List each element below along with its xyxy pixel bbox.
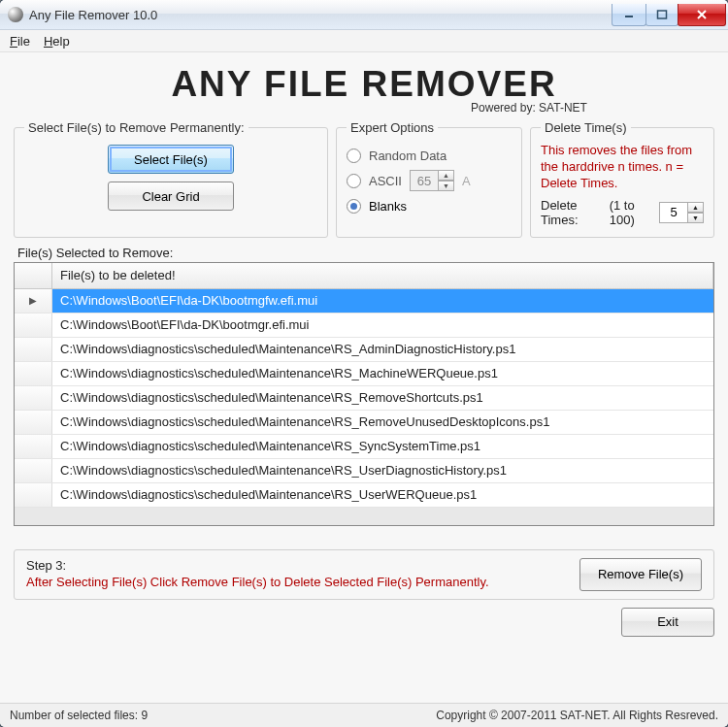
status-bar: Number of selected files: 9 Copyright © … [0, 703, 728, 727]
option-blanks[interactable]: Blanks [347, 193, 512, 218]
option-ascii[interactable]: ASCII ▲ ▼ A [347, 168, 512, 193]
row-gutter [15, 338, 52, 361]
option-label: Blanks [369, 199, 407, 214]
menu-help[interactable]: Help [44, 34, 70, 49]
option-random-data[interactable]: Random Data [347, 143, 512, 168]
grid-label: File(s) Selected to Remove: [17, 246, 714, 260]
row-gutter [15, 314, 52, 337]
ascii-suffix: A [462, 174, 471, 188]
menubar: File Help [0, 30, 728, 52]
file-path-cell: C:\Windows\Boot\EFI\da-DK\bootmgr.efi.mu… [52, 314, 713, 337]
spin-down-icon[interactable]: ▼ [688, 213, 704, 223]
grid-header: File(s) to be deleted! [15, 263, 713, 289]
client-area: ANY FILE REMOVER Powered by: SAT-NET Sel… [0, 52, 728, 703]
exit-button[interactable]: Exit [621, 608, 714, 637]
radio-icon [347, 174, 361, 188]
select-files-legend: Select File(s) to Remove Permanently: [24, 120, 248, 135]
file-path-cell: C:\Windows\diagnostics\scheduled\Mainten… [52, 386, 713, 410]
table-row[interactable]: C:\Windows\diagnostics\scheduled\Mainten… [15, 459, 713, 483]
app-icon [8, 7, 23, 22]
radio-icon [347, 199, 361, 214]
close-button[interactable] [678, 4, 726, 26]
expert-options-legend: Expert Options [347, 120, 438, 135]
file-path-cell: C:\Windows\diagnostics\scheduled\Mainten… [52, 483, 713, 507]
row-gutter [15, 362, 52, 385]
spin-up-icon[interactable]: ▲ [439, 170, 454, 181]
file-path-cell: C:\Windows\diagnostics\scheduled\Mainten… [52, 338, 713, 361]
delete-warning: This removes the files from the harddriv… [541, 143, 704, 192]
step3-label: Step 3: [26, 558, 566, 573]
spin-up-icon[interactable]: ▲ [688, 202, 704, 213]
grid-body: ▶C:\Windows\Boot\EFI\da-DK\bootmgfw.efi.… [15, 289, 713, 525]
menu-file[interactable]: File [10, 34, 30, 49]
step3-panel: Step 3: After Selecting File(s) Click Re… [14, 549, 714, 600]
row-gutter [15, 483, 52, 507]
ascii-spinner[interactable]: ▲ ▼ [410, 170, 454, 191]
table-row[interactable]: C:\Windows\diagnostics\scheduled\Mainten… [15, 411, 713, 435]
file-path-cell: C:\Windows\diagnostics\scheduled\Mainten… [52, 362, 713, 385]
svg-rect-1 [658, 11, 667, 18]
delete-times-label: Delete Times: [541, 198, 604, 227]
ascii-value-input[interactable] [410, 170, 439, 191]
select-files-button[interactable]: Select File(s) [108, 145, 234, 174]
row-gutter: ▶ [15, 289, 52, 313]
top-controls: Select File(s) to Remove Permanently: Se… [14, 120, 714, 238]
option-label: ASCII [369, 174, 402, 188]
grid-column-header[interactable]: File(s) to be deleted! [52, 263, 713, 288]
radio-icon [347, 149, 361, 163]
expert-options-group: Expert Options Random Data ASCII ▲ ▼ [336, 120, 522, 238]
app-window: Any File Remover 10.0 File Help ANY FILE… [0, 0, 728, 727]
svg-rect-0 [625, 16, 633, 17]
delete-times-range: (1 to 100) [610, 198, 653, 227]
step3-instruction: After Selecting File(s) Click Remove Fil… [26, 575, 566, 591]
clear-grid-button[interactable]: Clear Grid [108, 182, 234, 211]
status-copyright: Copyright © 2007-2011 SAT-NET. All Right… [436, 709, 718, 722]
table-row[interactable]: C:\Windows\Boot\EFI\da-DK\bootmgr.efi.mu… [15, 314, 713, 338]
logo: ANY FILE REMOVER Powered by: SAT-NET [14, 64, 714, 115]
table-row[interactable]: C:\Windows\diagnostics\scheduled\Mainten… [15, 483, 713, 508]
spin-down-icon[interactable]: ▼ [439, 181, 454, 191]
files-grid: File(s) to be deleted! ▶C:\Windows\Boot\… [14, 262, 714, 526]
remove-files-button[interactable]: Remove File(s) [579, 558, 702, 591]
maximize-button[interactable] [645, 4, 678, 26]
minimize-button[interactable] [612, 4, 646, 26]
table-row[interactable]: C:\Windows\diagnostics\scheduled\Mainten… [15, 338, 713, 362]
window-controls [612, 4, 726, 25]
delete-times-group: Delete Time(s) This removes the files fr… [530, 120, 714, 238]
row-gutter [15, 411, 52, 434]
titlebar[interactable]: Any File Remover 10.0 [0, 0, 728, 30]
table-row[interactable]: C:\Windows\diagnostics\scheduled\Mainten… [15, 386, 713, 411]
table-row[interactable]: C:\Windows\diagnostics\scheduled\Mainten… [15, 362, 713, 386]
app-title: ANY FILE REMOVER [14, 64, 714, 105]
table-row[interactable]: C:\Windows\diagnostics\scheduled\Mainten… [15, 435, 713, 459]
select-files-group: Select File(s) to Remove Permanently: Se… [14, 120, 328, 238]
grid-empty-area [15, 508, 713, 525]
option-label: Random Data [369, 149, 447, 163]
delete-times-spinner[interactable]: ▲ ▼ [659, 202, 704, 223]
file-path-cell: C:\Windows\diagnostics\scheduled\Mainten… [52, 459, 713, 482]
grid-gutter-header[interactable] [15, 263, 52, 288]
delete-times-input[interactable] [659, 202, 688, 223]
row-gutter [15, 459, 52, 482]
file-path-cell: C:\Windows\diagnostics\scheduled\Mainten… [52, 411, 713, 434]
table-row[interactable]: ▶C:\Windows\Boot\EFI\da-DK\bootmgfw.efi.… [15, 289, 713, 314]
window-title: Any File Remover 10.0 [29, 8, 612, 22]
file-path-cell: C:\Windows\Boot\EFI\da-DK\bootmgfw.efi.m… [52, 289, 713, 313]
file-path-cell: C:\Windows\diagnostics\scheduled\Mainten… [52, 435, 713, 458]
delete-times-legend: Delete Time(s) [541, 120, 631, 135]
row-gutter [15, 435, 52, 458]
row-gutter [15, 386, 52, 410]
status-selected-count: Number of selected files: 9 [10, 709, 148, 722]
